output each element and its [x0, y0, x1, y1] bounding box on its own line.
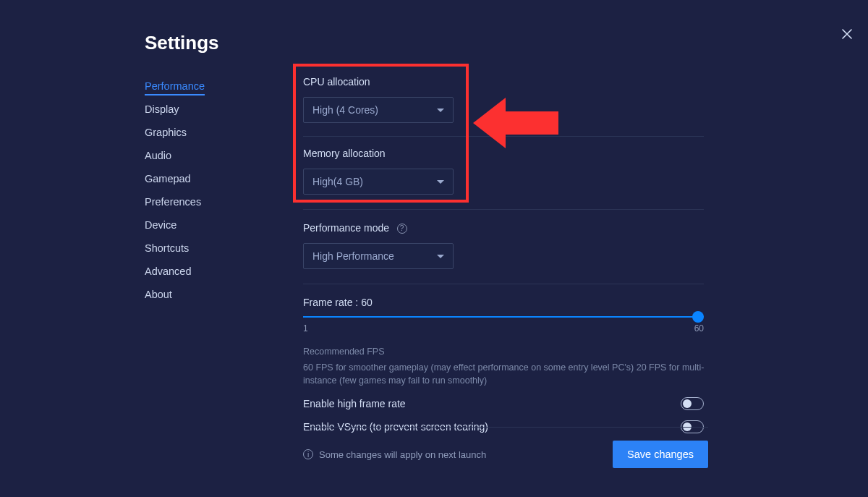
performance-mode-value: High Performance	[312, 250, 394, 262]
memory-allocation-label: Memory allocation	[303, 148, 386, 159]
caret-down-icon	[437, 255, 444, 258]
sidebar-item-device[interactable]: Device	[145, 214, 176, 236]
performance-panel: CPU allocation High (4 Cores) Memory all…	[303, 67, 708, 433]
help-icon[interactable]: ?	[397, 224, 407, 234]
page-title: Settings	[145, 32, 219, 54]
sidebar-item-about[interactable]: About	[145, 284, 172, 305]
memory-allocation-dropdown[interactable]: High(4 GB)	[303, 169, 454, 195]
divider	[303, 209, 704, 210]
performance-mode-dropdown[interactable]: High Performance	[303, 243, 454, 269]
slider-track	[303, 316, 704, 318]
footer-info: i Some changes will apply on next launch	[303, 449, 486, 460]
slider-range-labels: 1 60	[303, 323, 704, 334]
footer-bar: i Some changes will apply on next launch…	[303, 427, 708, 468]
memory-allocation-value: High(4 GB)	[312, 176, 363, 187]
save-changes-button[interactable]: Save changes	[613, 441, 708, 468]
cpu-allocation-dropdown[interactable]: High (4 Cores)	[303, 97, 454, 123]
slider-max: 60	[694, 323, 704, 334]
sidebar-item-advanced[interactable]: Advanced	[145, 260, 192, 282]
frame-rate-slider[interactable]	[303, 316, 704, 318]
toggle-knob	[683, 399, 692, 408]
slider-thumb[interactable]	[692, 311, 704, 323]
close-button[interactable]	[842, 27, 852, 43]
sidebar: Performance Display Graphics Audio Gamep…	[145, 75, 246, 307]
info-icon: i	[303, 449, 313, 459]
divider	[303, 284, 704, 284]
frame-rate-label: Frame rate : 60	[303, 297, 373, 308]
enable-high-frame-rate-toggle[interactable]	[681, 397, 704, 410]
sidebar-item-graphics[interactable]: Graphics	[145, 122, 187, 143]
slider-min: 1	[303, 323, 308, 334]
recommended-fps-text: 60 FPS for smoother gameplay (may effect…	[303, 361, 705, 387]
sidebar-item-gamepad[interactable]: Gamepad	[145, 168, 191, 190]
cpu-allocation-label: CPU allocation	[303, 76, 370, 88]
footer-info-text: Some changes will apply on next launch	[319, 449, 486, 460]
caret-down-icon	[437, 180, 444, 184]
enable-high-frame-rate-label: Enable high frame rate	[303, 398, 406, 409]
caret-down-icon	[437, 109, 444, 112]
performance-mode-label: Performance mode	[303, 222, 389, 234]
close-icon	[842, 29, 852, 39]
cpu-allocation-value: High (4 Cores)	[312, 104, 378, 116]
sidebar-item-audio[interactable]: Audio	[145, 145, 171, 166]
sidebar-item-preferences[interactable]: Preferences	[145, 191, 201, 213]
sidebar-item-display[interactable]: Display	[145, 98, 179, 120]
divider	[303, 136, 704, 137]
sidebar-item-shortcuts[interactable]: Shortcuts	[145, 237, 189, 259]
recommended-fps-title: Recommended FPS	[303, 347, 708, 357]
sidebar-item-performance[interactable]: Performance	[145, 75, 205, 95]
